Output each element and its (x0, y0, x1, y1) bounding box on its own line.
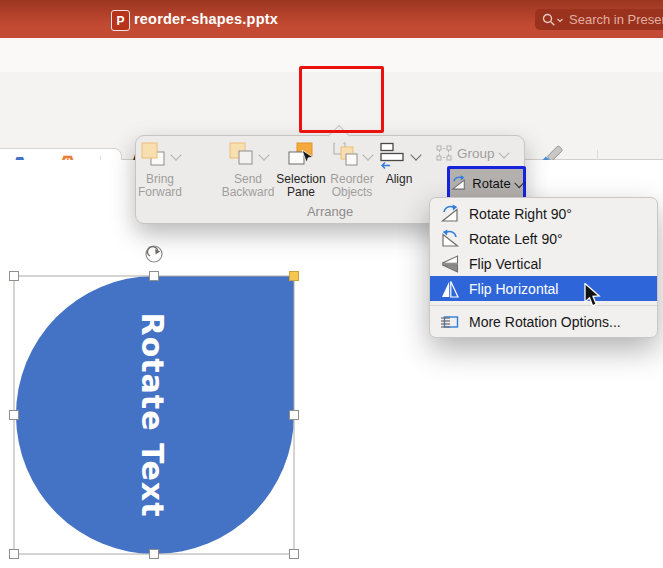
reorder-objects-icon (333, 142, 359, 168)
title-bar: P reorder-shapes.pptx Search in Present (0, 0, 663, 38)
bring-forward-button[interactable]: Bring Forward (123, 140, 197, 198)
dropdown-chevron-icon (170, 149, 181, 160)
menu-item-flip-vertical[interactable]: Flip Vertical (430, 251, 657, 276)
rotate-submenu: Rotate Right 90° Rotate Left 90° (429, 197, 658, 338)
adjust-handle-yellow (290, 272, 299, 281)
dropdown-chevron-icon (498, 147, 509, 158)
dropdown-chevron-icon (514, 178, 525, 189)
rotate-left-icon (440, 229, 460, 249)
search-scope-chevron-icon (556, 16, 564, 24)
mouse-cursor (584, 283, 602, 309)
bring-forward-label: Bring Forward (123, 173, 197, 198)
menu-item-flip-horizontal[interactable]: Flip Horizontal (430, 276, 657, 301)
shape-text[interactable]: Rotate Text (135, 313, 170, 518)
document-title: reorder-shapes.pptx (134, 11, 278, 27)
send-backward-icon (229, 142, 255, 168)
menu-item-rotate-left-90[interactable]: Rotate Left 90° (430, 226, 657, 251)
align-icon (379, 142, 407, 169)
powerpoint-window: P reorder-shapes.pptx Search in Present … (0, 0, 663, 568)
group-label: Group (457, 146, 495, 161)
flip-vertical-icon (440, 254, 460, 274)
selection-pane-icon (288, 142, 315, 168)
group-icon (436, 145, 452, 161)
rotate-right-icon (440, 204, 460, 224)
shape-selection-group: Rotate Text (4, 238, 306, 564)
search-placeholder: Search in Present (569, 12, 663, 27)
more-rotation-options-icon (440, 312, 460, 332)
menu-item-more-rotation-options[interactable]: More Rotation Options... (430, 310, 657, 334)
search-icon (542, 13, 556, 27)
rotate-button[interactable]: Rotate (447, 166, 526, 200)
align-button[interactable]: Align (362, 140, 436, 186)
search-input[interactable]: Search in Present (535, 9, 663, 30)
menu-item-rotate-right-90[interactable]: Rotate Right 90° (430, 201, 657, 226)
dropdown-chevron-icon (410, 149, 421, 160)
align-label: Align (362, 173, 436, 186)
group-button[interactable]: Group (436, 145, 508, 161)
flip-horizontal-icon (440, 279, 460, 299)
menu-separator (430, 305, 657, 306)
powerpoint-file-icon: P (111, 10, 130, 31)
bring-forward-icon (141, 142, 167, 168)
rotate-label: Rotate (472, 176, 510, 191)
annotation-red-box-arrange (299, 66, 384, 133)
rotate-icon (450, 174, 467, 193)
